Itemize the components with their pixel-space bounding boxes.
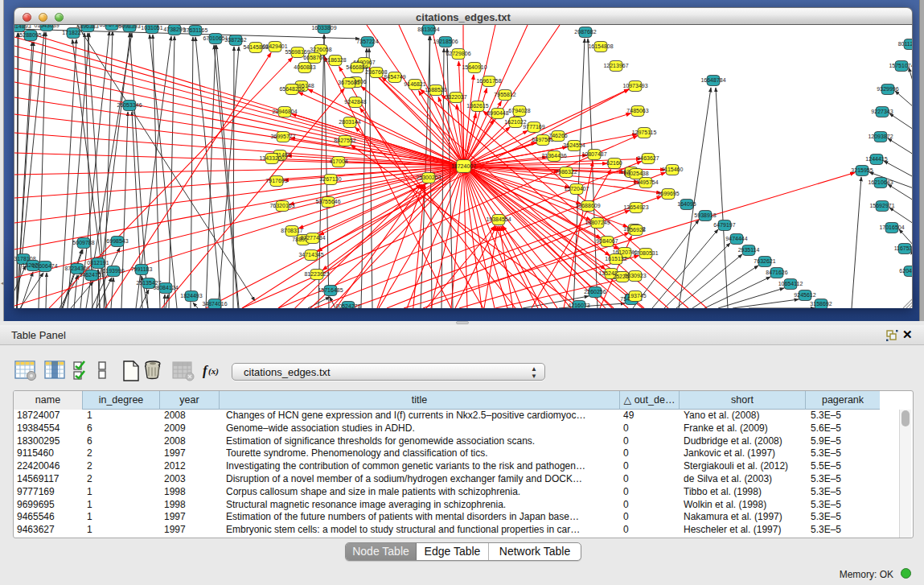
svg-text:7917693: 7917693 [265, 178, 287, 183]
svg-text:01429401: 01429401 [262, 43, 287, 49]
svg-text:25300203: 25300203 [416, 175, 441, 180]
svg-text:36995777: 36995777 [270, 134, 295, 139]
svg-text:18807249: 18807249 [585, 220, 610, 225]
svg-text:1244415: 1244415 [865, 156, 887, 162]
svg-text:16961758: 16961758 [476, 78, 501, 84]
svg-text:3267130: 3267130 [319, 176, 341, 182]
svg-text:9699695: 9699695 [657, 191, 679, 196]
svg-text:13433200: 13433200 [259, 155, 284, 161]
svg-text:6658760: 6658760 [303, 55, 325, 60]
svg-text:98084124: 98084124 [153, 285, 178, 290]
svg-text:62729806: 62729806 [446, 51, 470, 56]
svg-text:4896383: 4896383 [76, 25, 98, 29]
svg-text:1718227: 1718227 [62, 30, 84, 35]
svg-text:3675685: 3675685 [338, 80, 359, 85]
svg-text:9242848: 9242848 [344, 99, 366, 105]
svg-text:1615132: 1615132 [605, 256, 626, 262]
svg-text:(x): (x) [208, 366, 219, 377]
svg-text:8454749: 8454749 [384, 74, 405, 80]
svg-text:81223623: 81223623 [304, 271, 329, 277]
svg-text:2260256: 2260256 [584, 289, 606, 295]
svg-text:34714345: 34714345 [298, 252, 323, 257]
svg-text:9329996: 9329996 [877, 86, 898, 92]
svg-text:18724007: 18724007 [451, 163, 476, 169]
svg-text:3624554: 3624554 [563, 142, 585, 148]
svg-text:17016504: 17016504 [879, 225, 904, 230]
svg-text:80112805: 80112805 [898, 41, 913, 47]
svg-text:417004: 417004 [329, 159, 347, 164]
svg-text:1362615: 1362615 [466, 103, 488, 109]
svg-text:10688609: 10688609 [575, 203, 600, 208]
svg-text:55698169: 55698169 [285, 49, 310, 55]
svg-text:12975115: 12975115 [632, 130, 657, 135]
svg-text:16210643: 16210643 [868, 179, 893, 185]
svg-text:9146821: 9146821 [404, 81, 425, 87]
svg-text:2803144: 2803144 [339, 119, 360, 125]
svg-text:13654923: 13654923 [623, 204, 648, 210]
svg-text:4738299: 4738299 [163, 27, 185, 32]
svg-text:8813054: 8813054 [417, 27, 439, 32]
svg-text:3158692: 3158692 [810, 301, 832, 307]
svg-text:16033809: 16033809 [311, 25, 336, 31]
svg-text:7632621: 7632621 [754, 258, 775, 264]
svg-text:6998543: 6998543 [106, 238, 128, 244]
svg-text:5938918: 5938918 [694, 212, 716, 218]
svg-text:6794028: 6794028 [508, 108, 530, 113]
svg-text:17080531: 17080531 [633, 250, 658, 256]
svg-text:746266: 746266 [548, 133, 567, 138]
svg-text:82814893: 82814893 [14, 25, 31, 29]
svg-text:6479197: 6479197 [713, 222, 735, 228]
svg-text:01543039: 01543039 [34, 25, 59, 28]
svg-text:53755646: 53755646 [315, 199, 340, 204]
svg-text:15692971: 15692971 [869, 203, 894, 208]
svg-text:0812191: 0812191 [87, 260, 109, 266]
svg-text:3215955: 3215955 [851, 167, 873, 173]
svg-text:2935114: 2935114 [738, 247, 760, 253]
svg-text:7357224: 7357224 [356, 39, 378, 44]
svg-text:26053346: 26053346 [117, 102, 142, 108]
svg-text:3387262: 3387262 [224, 37, 246, 43]
svg-text:34874016: 34874016 [202, 301, 227, 307]
svg-text:16648784: 16648784 [700, 77, 725, 83]
svg-text:37631165: 37631165 [183, 27, 208, 33]
svg-text:9777169: 9777169 [523, 124, 544, 130]
svg-text:02606474: 02606474 [32, 263, 57, 269]
svg-text:9115460: 9115460 [662, 167, 684, 172]
svg-text:756928: 756928 [626, 227, 645, 233]
svg-text:15716485: 15716485 [318, 287, 343, 293]
svg-text:10654112: 10654112 [778, 281, 803, 286]
svg-text:65648236: 65648236 [279, 86, 304, 92]
svg-text:21364436: 21364436 [541, 153, 566, 159]
svg-text:8186328: 8186328 [324, 57, 346, 63]
svg-text:3226058: 3226058 [310, 47, 331, 52]
svg-text:1588520: 1588520 [425, 87, 446, 93]
svg-text:8427552: 8427552 [334, 138, 355, 143]
svg-text:29946804: 29946804 [272, 109, 297, 114]
svg-text:7485063: 7485063 [626, 108, 648, 113]
svg-text:7955812: 7955812 [494, 92, 515, 97]
svg-text:10973493: 10973493 [622, 83, 647, 89]
svg-text:3322037: 3322037 [445, 94, 466, 100]
svg-text:62160: 62160 [606, 160, 622, 166]
svg-text:9245612: 9245612 [794, 292, 815, 298]
svg-text:13495754: 13495754 [633, 179, 658, 185]
svg-text:10025438: 10025438 [623, 171, 648, 176]
svg-text:34624751: 34624751 [79, 272, 104, 278]
svg-text:10807487: 10807487 [581, 151, 606, 157]
svg-text:5288095: 5288095 [19, 32, 41, 38]
svg-text:15720407: 15720407 [564, 186, 589, 192]
svg-text:87277434: 87277434 [300, 235, 325, 241]
svg-text:0330923: 0330923 [624, 273, 646, 278]
svg-text:164095: 164095 [677, 201, 696, 207]
svg-text:19218506: 19218506 [433, 39, 458, 44]
svg-text:9227343: 9227343 [871, 109, 893, 114]
svg-text:4060883: 4060883 [294, 64, 315, 70]
svg-text:15640910: 15640910 [462, 64, 487, 70]
svg-text:5098393: 5098393 [118, 25, 140, 29]
svg-text:6204505: 6204505 [899, 268, 913, 274]
svg-text:9474444: 9474444 [725, 236, 747, 241]
svg-text:8471626: 8471626 [766, 270, 787, 275]
svg-text:9084067: 9084067 [596, 238, 618, 244]
svg-text:1824493: 1824493 [180, 293, 202, 299]
svg-text:7991183: 7991183 [131, 266, 153, 272]
